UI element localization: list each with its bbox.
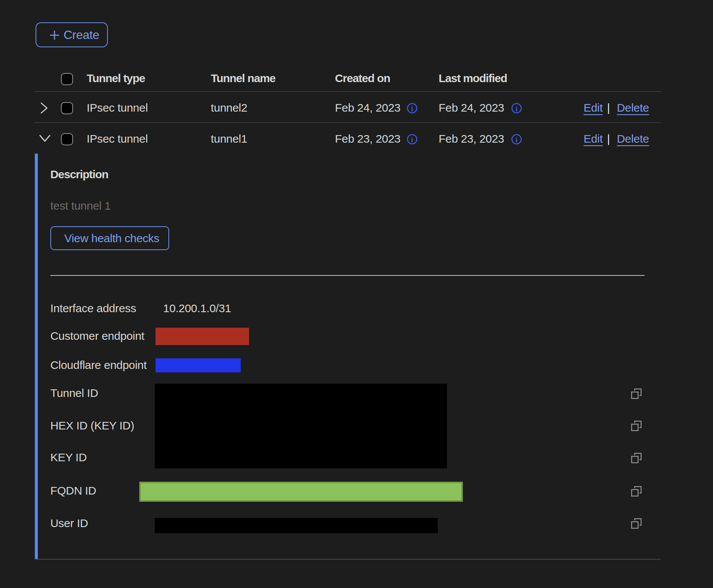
svg-text:i: i xyxy=(515,136,517,144)
svg-text:i: i xyxy=(515,105,517,113)
svg-text:i: i xyxy=(411,105,413,113)
svg-text:i: i xyxy=(411,136,413,144)
